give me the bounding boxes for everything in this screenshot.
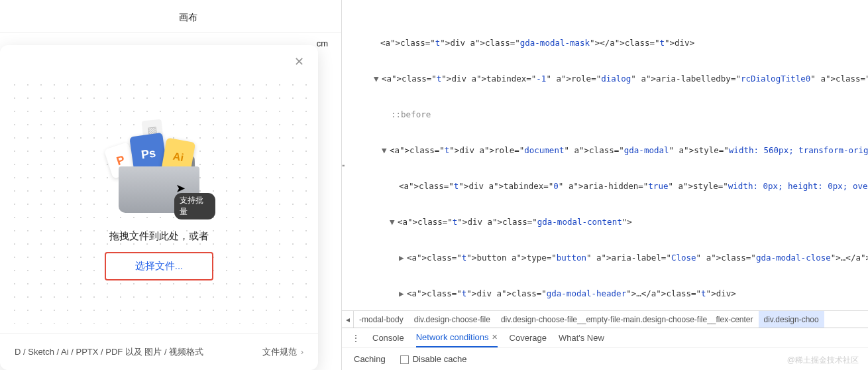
breadcrumb-prev-icon[interactable]: ◂ [342, 311, 354, 328]
checkbox-icon[interactable] [400, 355, 409, 364]
tab-coverage[interactable]: Coverage [510, 328, 547, 347]
drop-hint-text: 拖拽文件到此处，或者 [109, 230, 209, 243]
breadcrumb: ◂ -modal-body div.design-choose-file div… [342, 310, 868, 328]
gutter-menu-icon[interactable]: ⋯ [342, 159, 343, 171]
tab-whats-new[interactable]: What's New [559, 328, 604, 347]
breadcrumb-item[interactable]: -modal-body [354, 311, 409, 328]
batch-badge: 支持批量 [174, 193, 215, 219]
tab-network-conditions[interactable]: Network conditions✕ [416, 328, 498, 347]
close-icon[interactable]: ✕ [292, 54, 306, 69]
drop-area[interactable]: ▧ P Ps Ai ➤ 支持批量 拖拽文件到此处，或者 选择文件... [8, 78, 310, 324]
file-illustration: ▧ P Ps Ai ➤ 支持批量 [103, 115, 215, 214]
upload-modal: ✕ ▧ P Ps Ai ➤ 支持批量 拖拽文件到此处，或者 选择文件... D … [0, 45, 318, 370]
dom-line[interactable]: <a">class="t">div a">class="gda-modal-co… [398, 217, 632, 227]
tab-console[interactable]: Console [372, 328, 404, 347]
devtools-panel: ⋯ <a">class="t">div a">class="gda-modal-… [341, 0, 868, 370]
dom-pseudo: ::before [391, 109, 431, 119]
dom-line[interactable]: <a">class="t">div a">class="gda-modal-ma… [380, 38, 694, 48]
file-spec-link[interactable]: 文件规范 [262, 346, 303, 358]
breadcrumb-item[interactable]: div.design-choose-file [409, 311, 496, 328]
unit-label: cm [317, 38, 328, 48]
tab-label: Network conditions [416, 332, 489, 342]
disable-cache-label: Disable cache [413, 354, 467, 364]
canvas-label: 画布 [179, 12, 197, 24]
dom-line[interactable]: <a">class="t">div a">class="gda-modal-he… [407, 288, 736, 298]
dom-line[interactable]: <a">class="t">div a">tabindex="-1" a">ro… [382, 74, 868, 84]
app-left-panel: 画布 cm ✕ ▧ P Ps Ai ➤ 支持批量 拖拽文件到此处，或者 选择文件… [0, 0, 341, 370]
drawer-menu-icon[interactable]: ⋮ [351, 333, 360, 343]
choose-file-button[interactable]: 选择文件... [105, 252, 214, 280]
dom-line[interactable]: <a">class="t">button a">type="button" a"… [407, 253, 868, 263]
breadcrumb-item[interactable]: div.design-choose-file__empty-file-main.… [496, 311, 759, 328]
caching-label: Caching [354, 354, 386, 364]
dom-line[interactable]: <a">class="t">div a">role="document" a">… [390, 145, 868, 155]
dom-line[interactable]: <a">class="t">div a">tabindex="0" a">ari… [399, 181, 868, 191]
watermark: @稀土掘金技术社区 [787, 355, 859, 366]
disable-cache-checkbox[interactable]: Disable cache [400, 354, 467, 364]
supported-formats: D / Sketch / Ai / PPTX / PDF 以及 图片 / 视频格… [15, 346, 203, 358]
modal-footer: D / Sketch / Ai / PPTX / PDF 以及 图片 / 视频格… [0, 333, 318, 370]
drawer-tabs: ⋮ Console Network conditions✕ Coverage W… [342, 328, 868, 347]
close-tab-icon[interactable]: ✕ [492, 333, 498, 341]
breadcrumb-item-selected[interactable]: div.design-choo [759, 311, 824, 328]
topbar: 画布 [0, 0, 341, 33]
elements-tree[interactable]: ⋯ <a">class="t">div a">class="gda-modal-… [342, 0, 868, 310]
